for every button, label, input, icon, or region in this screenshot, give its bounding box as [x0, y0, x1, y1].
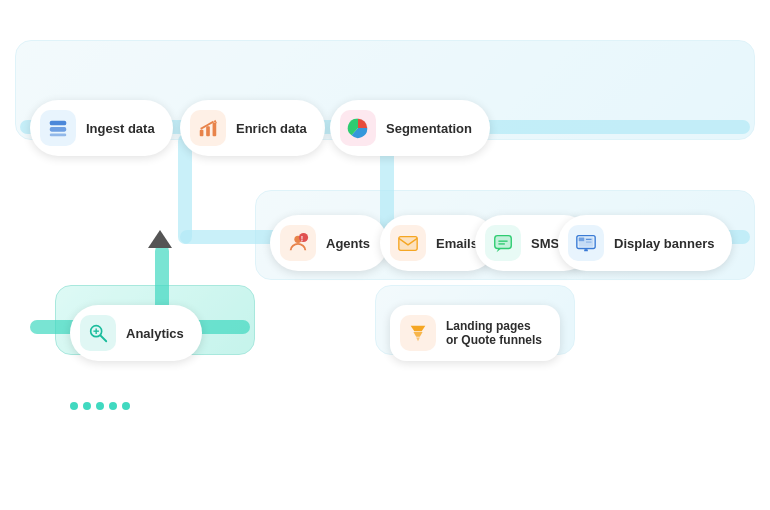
svg-rect-2 [50, 134, 67, 137]
display-label: Display banners [614, 236, 714, 251]
dot-5 [122, 402, 130, 410]
svg-rect-1 [50, 127, 67, 132]
svg-rect-11 [399, 237, 417, 251]
analytics-icon [80, 315, 116, 351]
emails-label: Emails [436, 236, 478, 251]
dot-4 [109, 402, 117, 410]
ingest-label: Ingest data [86, 121, 155, 136]
agents-card[interactable]: ! Agents [270, 215, 388, 271]
enrich-icon [190, 110, 226, 146]
enrich-data-card[interactable]: Enrich data [180, 100, 325, 156]
segmentation-label: Segmentation [386, 121, 472, 136]
svg-rect-13 [495, 236, 512, 249]
svg-rect-5 [213, 123, 217, 137]
segmentation-icon [340, 110, 376, 146]
landing-pages-card[interactable]: Landing pages or Quote funnels [390, 305, 560, 361]
analytics-card[interactable]: Analytics [70, 305, 202, 361]
landing-label: Landing pages or Quote funnels [446, 319, 542, 347]
display-icon [568, 225, 604, 261]
dot-1 [70, 402, 78, 410]
svg-rect-3 [200, 130, 204, 136]
progress-dots [70, 402, 130, 410]
svg-rect-0 [50, 121, 67, 126]
smses-icon [485, 225, 521, 261]
landing-icon [400, 315, 436, 351]
svg-text:!: ! [301, 234, 303, 243]
dot-3 [96, 402, 104, 410]
emails-icon [390, 225, 426, 261]
svg-line-25 [101, 336, 107, 342]
main-canvas: Ingest data Enrich data Segmentation [0, 0, 770, 510]
dot-2 [83, 402, 91, 410]
ingest-icon [40, 110, 76, 146]
svg-rect-19 [579, 238, 585, 242]
left-vertical-connector [178, 134, 192, 244]
agents-icon: ! [280, 225, 316, 261]
agents-label: Agents [326, 236, 370, 251]
arrow-up-indicator [148, 230, 172, 248]
display-banners-card[interactable]: Display banners [558, 215, 732, 271]
ingest-data-card[interactable]: Ingest data [30, 100, 173, 156]
segmentation-card[interactable]: Segmentation [330, 100, 490, 156]
svg-rect-4 [206, 126, 210, 136]
analytics-label: Analytics [126, 326, 184, 341]
enrich-label: Enrich data [236, 121, 307, 136]
